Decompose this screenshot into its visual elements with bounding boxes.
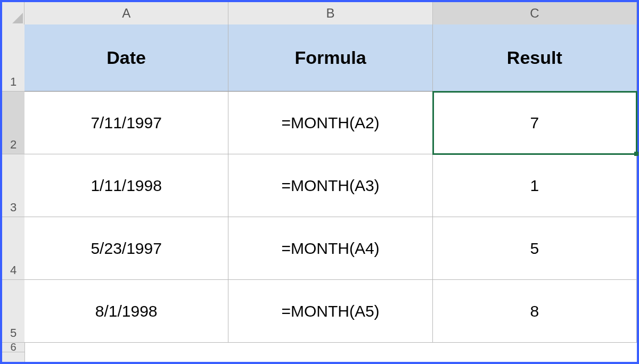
select-all-triangle-icon [12,13,23,23]
cell-C4[interactable]: 5 [433,217,637,280]
table-header-row: Date Formula Result [24,24,637,92]
row-header-3[interactable]: 3 [2,154,24,217]
table-row: 7/11/1997 =MONTH(A2) 7 [24,92,637,154]
cell-C2[interactable]: 7 [433,92,637,154]
table-row: 5/23/1997 =MONTH(A4) 5 [24,217,637,280]
row-header-bar: 1 2 3 4 5 6 [2,24,25,362]
column-header-bar: A B C [2,2,637,25]
cell-B5[interactable]: =MONTH(A5) [228,280,432,343]
cell-B2[interactable]: =MONTH(A2) [228,92,432,154]
cell-B3[interactable]: =MONTH(A3) [228,154,432,217]
row-header-6[interactable]: 6 [2,343,24,352]
column-header-B[interactable]: B [228,2,432,24]
cell-B4[interactable]: =MONTH(A4) [228,217,432,280]
row-header-4[interactable]: 4 [2,217,24,280]
cell-C5[interactable]: 8 [433,280,637,343]
column-header-C[interactable]: C [433,2,637,24]
table-row: 1/11/1998 =MONTH(A3) 1 [24,154,637,217]
cell-C3[interactable]: 1 [433,154,637,217]
select-all-corner[interactable] [2,2,24,24]
cell-grid: Date Formula Result 7/11/1997 =MONTH(A2)… [24,24,637,362]
table-row: 8/1/1998 =MONTH(A5) 8 [24,280,637,343]
row-header-2[interactable]: 2 [2,92,24,154]
cell-A3[interactable]: 1/11/1998 [24,154,228,217]
column-header-A[interactable]: A [24,2,228,24]
row-header-5[interactable]: 5 [2,280,24,343]
header-cell-formula[interactable]: Formula [228,24,432,92]
header-cell-date[interactable]: Date [24,24,228,92]
cell-A5[interactable]: 8/1/1998 [24,280,228,343]
cell-A4[interactable]: 5/23/1997 [24,217,228,280]
spreadsheet-frame: A B C 1 2 3 4 5 6 Date Formula Result 7/… [0,0,639,364]
cell-A2[interactable]: 7/11/1997 [24,92,228,154]
header-cell-result[interactable]: Result [433,24,637,92]
row-header-1[interactable]: 1 [2,24,24,92]
